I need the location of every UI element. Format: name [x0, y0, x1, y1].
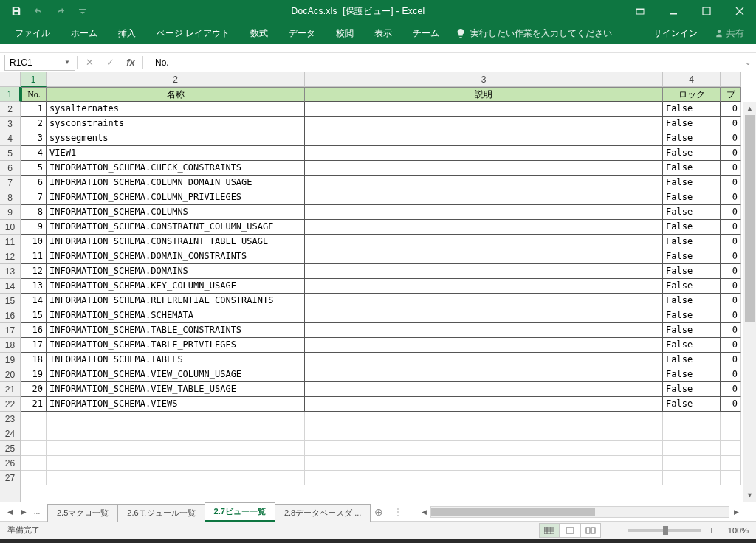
cell[interactable]: 15 — [21, 308, 47, 323]
tab-ellipsis[interactable]: ... — [31, 508, 43, 516]
cell[interactable] — [663, 456, 721, 471]
cell[interactable]: False — [663, 131, 721, 146]
ribbon-tab[interactable]: 表示 — [364, 22, 402, 44]
cell[interactable]: False — [663, 117, 721, 131]
row-header[interactable]: 2 — [0, 102, 20, 117]
row-header[interactable]: 19 — [0, 353, 20, 367]
cell[interactable]: 18 — [21, 353, 47, 367]
cell[interactable] — [305, 367, 663, 382]
row-header[interactable]: 12 — [0, 249, 20, 264]
hscroll-right[interactable]: ▶ — [729, 508, 743, 516]
cell[interactable] — [305, 190, 663, 205]
cell[interactable]: INFORMATION_SCHEMA.CONSTRAINT_COLUMN_USA… — [47, 220, 305, 235]
row-header[interactable]: 7 — [0, 176, 20, 190]
cell[interactable]: 7 — [21, 190, 47, 205]
ribbon-tab[interactable]: ファイル — [4, 22, 61, 44]
row-header[interactable]: 25 — [0, 441, 20, 456]
cell-active[interactable]: No. — [21, 87, 47, 102]
zoom-slider[interactable] — [628, 529, 701, 532]
cell[interactable]: 4 — [21, 146, 47, 161]
cell[interactable] — [305, 471, 663, 485]
row-header[interactable]: 14 — [0, 279, 20, 294]
cell[interactable]: False — [663, 338, 721, 353]
view-page-break-button[interactable] — [580, 523, 601, 538]
row-header[interactable]: 24 — [0, 426, 20, 441]
cell[interactable] — [21, 441, 47, 456]
cell[interactable]: 5 — [21, 161, 47, 176]
cell[interactable]: 名称 — [47, 87, 305, 102]
sheet-tab[interactable]: 2.7ビュー一覧 — [205, 502, 275, 522]
cell[interactable]: False — [663, 279, 721, 294]
cell[interactable]: False — [663, 161, 721, 176]
row-header[interactable]: 8 — [0, 190, 20, 205]
cell[interactable] — [47, 412, 305, 426]
cell[interactable]: 0 — [721, 279, 741, 294]
cell[interactable]: 21 — [21, 397, 47, 412]
cell[interactable]: 0 — [721, 353, 741, 367]
cell[interactable]: 0 — [721, 397, 741, 412]
cell[interactable]: 0 — [721, 249, 741, 264]
cell[interactable]: syssegments — [47, 131, 305, 146]
close-button[interactable] — [723, 0, 756, 22]
cell[interactable] — [721, 441, 741, 456]
cell[interactable]: INFORMATION_SCHEMA.COLUMN_DOMAIN_USAGE — [47, 176, 305, 190]
row-header[interactable]: 15 — [0, 294, 20, 308]
cell[interactable]: False — [663, 220, 721, 235]
cell[interactable]: INFORMATION_SCHEMA.VIEW_COLUMN_USAGE — [47, 367, 305, 382]
cell[interactable]: INFORMATION_SCHEMA.SCHEMATA — [47, 308, 305, 323]
row-header[interactable]: 11 — [0, 235, 20, 249]
expand-formula-bar-icon[interactable]: ⌄ — [740, 58, 756, 66]
cell-grid[interactable]: No.名称説明ロックブ1sysalternatesFalse02sysconst… — [21, 87, 756, 502]
insert-function-button[interactable]: fx — [120, 55, 141, 71]
cell[interactable]: INFORMATION_SCHEMA.REFERENTIAL_CONSTRAIN… — [47, 294, 305, 308]
cell[interactable]: 10 — [21, 235, 47, 249]
redo-button[interactable] — [50, 1, 71, 21]
cell[interactable]: 1 — [21, 102, 47, 117]
cell[interactable] — [47, 471, 305, 485]
cell[interactable]: 13 — [21, 279, 47, 294]
cell[interactable]: 2 — [21, 117, 47, 131]
cell[interactable]: 16 — [21, 323, 47, 338]
column-header[interactable]: 1 — [21, 72, 47, 87]
tell-me-box[interactable]: 実行したい作業を入力してください — [456, 27, 612, 40]
ribbon-display-button[interactable] — [623, 0, 656, 22]
cell[interactable] — [663, 471, 721, 485]
cell[interactable]: False — [663, 323, 721, 338]
cell[interactable] — [305, 220, 663, 235]
cell[interactable]: False — [663, 190, 721, 205]
row-header[interactable]: 16 — [0, 308, 20, 323]
cell[interactable] — [305, 308, 663, 323]
cell[interactable]: 3 — [21, 131, 47, 146]
row-header[interactable]: 1 — [0, 87, 21, 102]
cell[interactable] — [305, 131, 663, 146]
cell[interactable] — [305, 338, 663, 353]
cell[interactable]: False — [663, 249, 721, 264]
cell[interactable] — [305, 235, 663, 249]
cell[interactable] — [305, 279, 663, 294]
cell[interactable] — [663, 441, 721, 456]
cell[interactable] — [305, 161, 663, 176]
signin-button[interactable]: サインイン — [645, 27, 707, 40]
column-header[interactable]: 3 — [305, 72, 663, 86]
cell[interactable]: VIEW1 — [47, 146, 305, 161]
ribbon-tab[interactable]: ページ レイアウト — [146, 22, 240, 44]
save-button[interactable] — [6, 1, 27, 21]
view-page-layout-button[interactable] — [560, 523, 580, 538]
cell[interactable]: 0 — [721, 323, 741, 338]
cell[interactable] — [305, 294, 663, 308]
row-header[interactable]: 5 — [0, 146, 20, 161]
cell[interactable] — [305, 323, 663, 338]
cell[interactable] — [21, 412, 47, 426]
row-header[interactable]: 22 — [0, 397, 20, 412]
row-header[interactable]: 13 — [0, 264, 20, 279]
cell[interactable]: False — [663, 102, 721, 117]
cell[interactable]: INFORMATION_SCHEMA.TABLE_PRIVILEGES — [47, 338, 305, 353]
cell[interactable] — [721, 456, 741, 471]
cell[interactable] — [305, 117, 663, 131]
row-header[interactable]: 27 — [0, 471, 20, 485]
name-box[interactable]: R1C1 ▼ — [4, 55, 75, 71]
cell[interactable]: INFORMATION_SCHEMA.CONSTRAINT_TABLE_USAG… — [47, 235, 305, 249]
formula-input[interactable] — [149, 55, 740, 71]
cell[interactable] — [305, 456, 663, 471]
cell[interactable]: False — [663, 264, 721, 279]
